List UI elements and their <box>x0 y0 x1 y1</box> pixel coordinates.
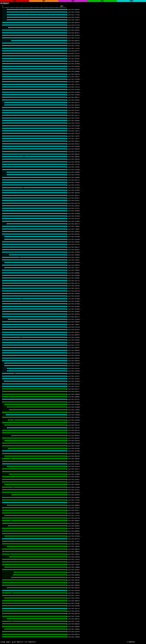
hit-label[interactable]: UniRef100_B5DK39 <box>66 360 80 362</box>
hit-label[interactable]: UniRef100_B2Y1Z5 <box>66 244 80 245</box>
hit-bar[interactable] <box>2 342 66 343</box>
hit-label[interactable]: UniRef100_A1CPH2 <box>66 558 80 560</box>
hit-label[interactable]: UniRef100_C4WR56 <box>66 546 80 547</box>
hit-label[interactable]: UniRef100_UPI000... <box>66 34 82 36</box>
hit-bar[interactable] <box>2 402 66 402</box>
hit-bar[interactable] <box>2 582 66 583</box>
hit-label[interactable]: UniRef100_C1M560 <box>66 409 80 411</box>
hit-bar[interactable] <box>2 309 66 309</box>
hit-label[interactable]: UniRef100_UPI000... <box>66 492 82 493</box>
hit-label[interactable]: UniRef100_UPI000... <box>66 94 82 96</box>
hit-label[interactable]: UniRef100_A4HPK9 <box>66 484 80 486</box>
hit-label[interactable]: UniRef100_A93044 <box>66 378 80 380</box>
hit-label[interactable]: UniRef100_B6TH69 <box>66 66 80 68</box>
hit-label[interactable]: UniRef100_Q00QQ3 <box>66 504 80 506</box>
hit-bar[interactable] <box>2 58 66 59</box>
hit-label[interactable]: UniRef100_A79R59 <box>66 528 80 529</box>
hit-label[interactable]: UniRef100_A75119 <box>66 37 80 39</box>
hit-bar[interactable] <box>2 192 66 193</box>
hit-bar[interactable] <box>2 53 66 54</box>
hit-bar[interactable] <box>2 270 66 270</box>
hit-label[interactable]: UniRef100_A5E640 <box>66 556 80 558</box>
hit-bar[interactable] <box>4 262 66 263</box>
hit-bar[interactable] <box>2 63 66 64</box>
hit-bar[interactable] <box>7 618 66 619</box>
hit-bar[interactable] <box>2 461 66 462</box>
hit-label[interactable]: UniRef100_A9UY14 <box>66 608 80 610</box>
hit-label[interactable]: UniRef100_A3A611 <box>66 375 80 377</box>
hit-label[interactable]: UniRef100_B5SFH1 <box>66 200 80 202</box>
hit-label[interactable]: UniRef100_B8C2X6 <box>66 613 80 614</box>
hit-bar[interactable] <box>2 438 66 438</box>
hit-bar[interactable] <box>2 200 66 201</box>
hit-label[interactable]: UniRef100_A6UEW1 <box>66 231 80 232</box>
hit-bar[interactable] <box>2 226 66 226</box>
hit-label[interactable]: UniRef100_A9UT63 <box>66 610 80 612</box>
hit-label[interactable]: UniRef100_Q5B114 <box>66 422 80 424</box>
hit-bar[interactable] <box>2 182 66 183</box>
hit-label[interactable]: UniRef100_B6H4I3 <box>66 435 80 436</box>
hit-label[interactable]: UniRef100_B5SGY2 <box>66 140 80 142</box>
hit-bar[interactable] <box>2 432 66 433</box>
hit-bar[interactable] <box>2 417 66 418</box>
hit-bar[interactable] <box>4 236 66 237</box>
hit-bar[interactable] <box>2 128 66 128</box>
hit-bar[interactable] <box>2 590 66 591</box>
hit-bar[interactable] <box>2 190 66 190</box>
hit-label[interactable]: UniRef100_A8N5Z9 <box>66 600 80 602</box>
hit-bar[interactable] <box>2 479 66 480</box>
hit-bar[interactable] <box>4 484 66 485</box>
hit-label[interactable]: UniRef100_Q3YX95 <box>66 174 80 176</box>
hit-bar[interactable] <box>8 448 66 449</box>
hit-bar[interactable] <box>2 446 66 446</box>
hit-bar[interactable] <box>2 130 66 131</box>
hit-label[interactable]: UniRef100_C4Y475 <box>66 515 80 516</box>
hit-label[interactable]: UniRef100_P15126 <box>66 122 80 124</box>
hit-label[interactable]: UniRef100_C71X56 <box>66 14 80 16</box>
hit-label[interactable]: UniRef100_B95FU0 <box>66 55 80 57</box>
hit-bar[interactable] <box>2 384 66 384</box>
hit-label[interactable]: UniRef100_Q4WD55 <box>66 520 80 522</box>
hit-bar[interactable] <box>2 611 66 611</box>
hit-label[interactable]: UniRef100_C5M042 <box>66 553 80 555</box>
hit-bar[interactable] <box>2 234 66 234</box>
hit-bar[interactable] <box>2 133 66 134</box>
hit-bar[interactable] <box>2 280 66 281</box>
hit-label[interactable]: UniRef100_Q6XHY2 <box>66 332 80 333</box>
hit-label[interactable]: UniRef100_B5DGH0 <box>66 148 80 150</box>
hit-bar[interactable] <box>2 489 66 490</box>
hit-bar[interactable] <box>2 92 66 92</box>
hit-label[interactable]: UniRef100_C4WB27 <box>66 81 80 83</box>
hit-bar[interactable] <box>2 115 66 116</box>
hit-label[interactable]: UniRef100_UPI000... <box>66 89 82 90</box>
hit-label[interactable]: UniRef100_Q7XJ1V <box>66 52 80 54</box>
hit-label[interactable]: UniRef100_C3ZTF1 <box>66 84 80 86</box>
hit-bar[interactable] <box>2 502 66 503</box>
hit-bar[interactable] <box>8 319 66 320</box>
hit-label[interactable]: UniRef100_C1BL29 <box>66 132 80 134</box>
hit-label[interactable]: UniRef100_UPI000... <box>66 187 82 189</box>
hit-bar[interactable] <box>2 265 66 266</box>
hit-bar[interactable] <box>2 89 66 90</box>
hit-label[interactable]: UniRef100_A8N9M3 <box>66 626 80 628</box>
hit-label[interactable]: UniRef100_C1MPX4 <box>66 592 80 594</box>
hit-bar[interactable] <box>2 332 66 332</box>
hit-label[interactable]: UniRef100_A8B8Z9 <box>66 551 80 552</box>
hit-bar[interactable] <box>2 120 66 121</box>
hit-label[interactable]: UniRef100_B6RB96 <box>66 70 80 72</box>
hit-label[interactable]: UniRef100_UPI000... <box>66 128 82 129</box>
hit-bar[interactable] <box>2 32 66 33</box>
hit-bar[interactable] <box>2 278 66 278</box>
hit-label[interactable]: UniRef100_UPI000... <box>66 213 82 214</box>
hit-bar[interactable] <box>2 549 66 550</box>
hit-bar[interactable] <box>2 422 66 423</box>
hit-label[interactable]: UniRef100_Q7YPP1 <box>66 208 80 209</box>
hit-bar[interactable] <box>7 505 66 506</box>
hit-bar[interactable] <box>9 556 66 557</box>
hit-bar[interactable] <box>2 97 66 98</box>
hit-bar[interactable] <box>2 206 66 206</box>
hit-bar[interactable] <box>2 399 66 400</box>
hit-label[interactable]: UniRef100_UPI000... <box>66 404 82 406</box>
hit-bar[interactable] <box>2 554 66 554</box>
hit-label[interactable]: UniRef100_B5G1T4 <box>66 102 80 104</box>
